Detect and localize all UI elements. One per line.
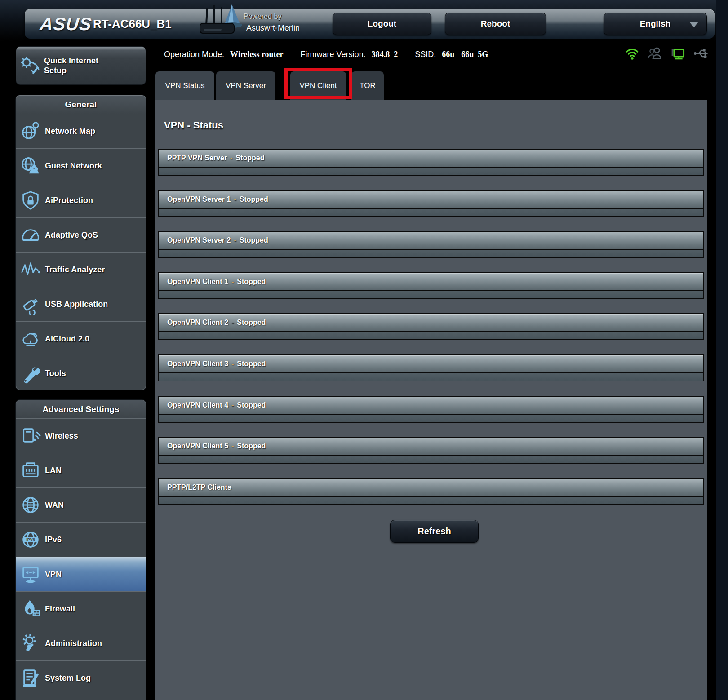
vpn-status-group: OpenVPN Client 3-Stopped: [158, 354, 704, 381]
vpn-status-detail-strip: [158, 291, 704, 299]
vpn-service-status: Stopped: [237, 319, 266, 326]
pc-status-icon[interactable]: [670, 46, 686, 61]
banner: ASUS RT-AC66U_B1 Powered by Asuswrt-Merl…: [25, 9, 715, 39]
sidebar-section-general: General Network Map Guest Network AiProt…: [16, 95, 146, 390]
vpn-status-detail-strip: [158, 415, 704, 423]
usb-icon[interactable]: [693, 46, 710, 61]
sidebar-item-label: Adaptive QoS: [45, 230, 98, 240]
vpn-status-header-openvpn-server-1[interactable]: OpenVPN Server 1-Stopped: [158, 190, 704, 209]
operation-mode-link[interactable]: Wireless router: [230, 50, 283, 59]
firmware-version-label: Firmware Version:: [301, 50, 366, 59]
sidebar-item-label: LAN: [45, 466, 62, 475]
vpn-status-header-openvpn-client-4[interactable]: OpenVPN Client 4-Stopped: [158, 396, 704, 415]
sidebar-item-label: AiProtection: [45, 196, 93, 205]
sidebar-item-aiprotection[interactable]: AiProtection: [16, 183, 146, 217]
vpn-status-header-openvpn-server-2[interactable]: OpenVPN Server 2-Stopped: [158, 231, 704, 250]
traffic-analyzer-icon: [16, 259, 45, 280]
logout-button[interactable]: Logout: [333, 13, 431, 35]
vpn-status-header-openvpn-client-5[interactable]: OpenVPN Client 5-Stopped: [158, 437, 704, 456]
powered-by: Powered by Asuswrt-Merlin: [244, 13, 300, 33]
wireless-icon: [16, 425, 45, 446]
vpn-status-detail-strip: [158, 209, 704, 217]
sidebar-item-quick-internet-setup[interactable]: Quick Internet Setup: [16, 46, 146, 85]
sidebar-item-tools[interactable]: Tools: [16, 356, 146, 390]
tab-tor[interactable]: TOR: [351, 71, 384, 100]
sidebar-item-firewall[interactable]: Firewall: [16, 591, 146, 626]
vpn-service-status: Stopped: [240, 236, 268, 244]
sidebar-item-label: Firewall: [45, 604, 75, 614]
sidebar-item-label: System Log: [45, 673, 91, 683]
quick-internet-setup-icon: [16, 55, 44, 76]
sidebar-item-label: Tools: [45, 369, 66, 378]
aiprotection-icon: [16, 190, 45, 211]
tab-vpn-status[interactable]: VPN Status: [155, 71, 214, 100]
vpn-service-name: OpenVPN Client 2: [167, 319, 228, 326]
status-separator: -: [231, 442, 234, 450]
vpn-status-header-pptp-l2tp-clients[interactable]: PPTP/L2TP Clients: [158, 478, 704, 497]
info-bar: Operation Mode: Wireless router Firmware…: [164, 46, 493, 62]
sidebar-item-network-map[interactable]: Network Map: [16, 114, 146, 148]
router-model: RT-AC66U_B1: [93, 9, 172, 39]
ssid-link-24g[interactable]: 66u: [442, 50, 454, 59]
sidebar-item-vpn[interactable]: VPN: [16, 557, 146, 591]
lan-icon: [16, 460, 45, 481]
sidebar-item-traffic-analyzer[interactable]: Traffic Analyzer: [16, 252, 146, 287]
vpn-status-header-openvpn-client-2[interactable]: OpenVPN Client 2-Stopped: [158, 313, 704, 332]
network-map-icon: [16, 121, 45, 142]
sidebar-item-label: Guest Network: [45, 161, 102, 171]
firmware-version-link[interactable]: 384.8_2: [372, 50, 398, 59]
status-icon-tray: [625, 45, 710, 62]
sidebar-item-administration[interactable]: Administration: [16, 626, 146, 660]
vpn-service-name: OpenVPN Client 5: [167, 442, 228, 450]
powered-by-line2: Asuswrt-Merlin: [246, 23, 300, 33]
sidebar-item-guest-network[interactable]: Guest Network: [16, 148, 146, 183]
status-separator: -: [234, 236, 236, 244]
sidebar-item-ipv6[interactable]: IPV6IPv6: [16, 522, 146, 557]
vpn-service-name: OpenVPN Server 2: [167, 236, 231, 244]
sidebar-item-label: Network Map: [45, 127, 95, 136]
vpn-status-detail-strip: [158, 250, 704, 258]
vpn-service-status: Stopped: [237, 360, 266, 368]
vpn-status-header-openvpn-client-3[interactable]: OpenVPN Client 3-Stopped: [158, 354, 704, 373]
powered-by-line1: Powered by: [244, 13, 300, 21]
sidebar-item-system-log[interactable]: System Log: [16, 660, 146, 695]
vpn-status-detail-strip: [158, 168, 704, 176]
reboot-button[interactable]: Reboot: [445, 13, 546, 35]
top-banner-strip: ASUS RT-AC66U_B1 Powered by Asuswrt-Merl…: [0, 0, 728, 41]
status-separator: -: [231, 319, 234, 326]
vpn-service-name: OpenVPN Client 4: [167, 401, 228, 409]
sidebar-item-wireless[interactable]: Wireless: [16, 418, 146, 453]
clients-icon[interactable]: [647, 46, 663, 61]
qis-label-line2: Setup: [44, 66, 98, 75]
ssid-label: SSID:: [415, 50, 436, 59]
language-dropdown[interactable]: English: [604, 13, 707, 35]
vpn-status-group: PPTP/L2TP Clients: [158, 478, 704, 505]
sidebar-item-label: Wireless: [45, 431, 78, 441]
vpn-service-name: OpenVPN Server 1: [167, 195, 231, 203]
vpn-service-status: Stopped: [237, 278, 266, 285]
vpn-status-header-openvpn-client-1[interactable]: OpenVPN Client 1-Stopped: [158, 272, 704, 291]
aicloud-icon: [16, 328, 45, 349]
sidebar-item-usb-application[interactable]: USB Application: [16, 287, 146, 321]
sidebar-section-advanced-settings: Advanced Settings Wireless LAN WAN IPV6I…: [16, 400, 146, 700]
refresh-button[interactable]: Refresh: [390, 520, 479, 543]
wifi-icon[interactable]: [625, 46, 640, 61]
guest-network-icon: [16, 155, 45, 176]
tab-vpn-server[interactable]: VPN Server: [216, 71, 275, 100]
operation-mode-label: Operation Mode:: [164, 50, 224, 59]
ssid-link-5g[interactable]: 66u_5G: [461, 50, 488, 59]
vpn-status-group: OpenVPN Server 1-Stopped: [158, 190, 704, 217]
sidebar-item-label: WAN: [45, 501, 64, 510]
sidebar-item-aicloud-2-0[interactable]: AiCloud 2.0: [16, 321, 146, 356]
sidebar-item-adaptive-qos[interactable]: Adaptive QoS: [16, 217, 146, 252]
sidebar-item-lan[interactable]: LAN: [16, 453, 146, 487]
sidebar-item-label: Traffic Analyzer: [45, 265, 105, 275]
administration-icon: [16, 633, 45, 654]
adaptive-qos-icon: [16, 225, 45, 245]
sidebar-item-label: IPv6: [45, 535, 62, 545]
page-title: VPN - Status: [164, 120, 223, 131]
vpn-status-header-pptp-vpn-server[interactable]: PPTP VPN Server-Stopped: [158, 149, 704, 168]
asus-logo: ASUS: [39, 9, 93, 39]
tab-vpn-client[interactable]: VPN Client: [290, 71, 346, 100]
sidebar-item-wan[interactable]: WAN: [16, 487, 146, 522]
